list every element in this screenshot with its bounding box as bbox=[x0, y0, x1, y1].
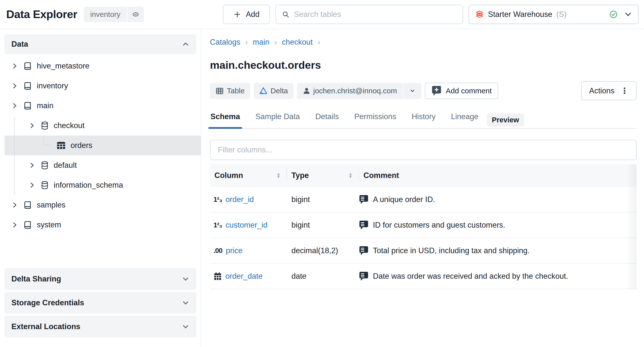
add-button[interactable]: Add bbox=[223, 5, 270, 24]
column-header-column[interactable]: Column ▲ ▼ bbox=[210, 164, 287, 187]
chevron-right-icon[interactable] bbox=[11, 202, 18, 208]
tree-item-samples[interactable]: samples bbox=[4, 195, 201, 215]
tab-permissions[interactable]: Permissions bbox=[354, 112, 397, 128]
owner-email: jochen.christ@innoq.com bbox=[313, 87, 397, 95]
tree-item-information_schema[interactable]: information_schema bbox=[4, 175, 201, 195]
owner-segment: jochen.christ@innoq.com bbox=[297, 83, 404, 99]
tree-item-label: system bbox=[37, 220, 61, 229]
tree-item-checkout[interactable]: checkout bbox=[4, 116, 201, 135]
chevron-right-icon[interactable] bbox=[28, 122, 36, 129]
breadcrumb-link-catalogs[interactable]: Catalogs bbox=[210, 38, 240, 47]
comment-icon bbox=[359, 195, 368, 205]
table-icon bbox=[216, 87, 224, 95]
chevron-down-icon bbox=[624, 10, 632, 18]
search-input[interactable]: Search tables bbox=[276, 5, 463, 24]
cell-column-type: bigint bbox=[287, 195, 359, 204]
table-row-price: .00pricedecimal(18,2)Total price in USD,… bbox=[210, 238, 636, 264]
add-comment-button[interactable]: Add comment bbox=[425, 83, 498, 99]
tab-history[interactable]: History bbox=[411, 112, 436, 128]
warehouse-name: Starter Warehouse bbox=[488, 10, 552, 19]
workspace-tag: inventory bbox=[84, 7, 128, 22]
cell-column-type: decimal(18,2) bbox=[287, 246, 359, 255]
cell-column-type: date bbox=[287, 272, 359, 281]
tree-indent-guide bbox=[14, 117, 15, 195]
table-header-row: Column ▲ ▼ Type ▲ ▼ Comment bbox=[210, 164, 636, 187]
sidebar-section-delta-sharing[interactable]: Delta Sharing bbox=[4, 268, 196, 290]
sidebar-section-external-locations[interactable]: External Locations bbox=[4, 316, 196, 338]
tree-item-label: hive_metastore bbox=[37, 61, 90, 70]
workspace-tag-group: inventory bbox=[84, 7, 144, 22]
tabs-list: SchemaSample DataDetailsPermissionsHisto… bbox=[210, 112, 479, 128]
chevron-right-icon[interactable] bbox=[11, 222, 18, 228]
schema-table: Column ▲ ▼ Type ▲ ▼ Comment 1² bbox=[210, 164, 636, 289]
warehouse-icon bbox=[475, 10, 484, 19]
chevron-down-icon bbox=[182, 299, 189, 307]
tree-item-label: inventory bbox=[37, 81, 68, 90]
copy-link-button[interactable] bbox=[128, 7, 144, 22]
breadcrumb: Catalogs›main›checkout› bbox=[210, 38, 636, 47]
breadcrumb-link-main[interactable]: main bbox=[253, 38, 269, 47]
catalog-icon bbox=[23, 101, 32, 110]
chevron-right-icon[interactable] bbox=[28, 182, 36, 188]
owner-dropdown-button[interactable] bbox=[404, 83, 422, 99]
tree-item-main[interactable]: main bbox=[4, 96, 201, 116]
kebab-menu-icon: ⋮ bbox=[620, 86, 628, 96]
sort-icon[interactable]: ▲ ▼ bbox=[276, 173, 280, 178]
tree-item-label: checkout bbox=[54, 121, 84, 130]
sidebar-section-storage-credentials[interactable]: Storage Credentials bbox=[4, 292, 196, 314]
chevron-down-icon bbox=[182, 275, 189, 283]
search-placeholder: Search tables bbox=[294, 10, 341, 19]
filter-columns-input[interactable]: Filter columns... bbox=[210, 140, 636, 160]
warehouse-selector[interactable]: Starter Warehouse (S) bbox=[468, 5, 638, 24]
tab-schema[interactable]: Schema bbox=[210, 112, 240, 128]
tree-item-label: information_schema bbox=[54, 181, 123, 190]
decimal-type-icon: .00 bbox=[214, 247, 222, 255]
tab-lineage[interactable]: Lineage bbox=[450, 112, 479, 128]
cell-column-comment: A unique order ID. bbox=[359, 195, 636, 205]
column-name-link[interactable]: order_date bbox=[225, 272, 262, 281]
schema-icon bbox=[41, 121, 49, 130]
cell-column-name: 1²₃order_id bbox=[210, 195, 287, 204]
column-name-link[interactable]: order_id bbox=[226, 195, 254, 204]
tree-item-inventory[interactable]: inventory bbox=[4, 76, 201, 96]
tree-item-system[interactable]: system bbox=[4, 215, 201, 235]
breadcrumb-link-checkout[interactable]: checkout bbox=[282, 38, 313, 47]
catalog-icon bbox=[23, 82, 32, 90]
chevron-right-icon[interactable] bbox=[11, 63, 18, 69]
sidebar-section-data[interactable]: Data bbox=[4, 34, 196, 54]
link-icon bbox=[132, 10, 140, 18]
sidebar-footer: Delta SharingStorage CredentialsExternal… bbox=[0, 268, 201, 338]
actions-button[interactable]: Actions ⋮ bbox=[581, 81, 636, 100]
table-body: 1²₃order_idbigintA unique order ID.1²₃cu… bbox=[210, 187, 636, 289]
sort-icon[interactable]: ▲ ▼ bbox=[348, 173, 352, 178]
delta-icon bbox=[259, 87, 268, 95]
add-button-label: Add bbox=[246, 10, 260, 19]
chevron-up-icon bbox=[182, 40, 189, 48]
numeric-type-icon: 1²₃ bbox=[214, 196, 222, 204]
table-row-order_date: order_datedateDate was order was receive… bbox=[210, 264, 636, 289]
tab-details[interactable]: Details bbox=[315, 112, 340, 128]
tree-item-orders[interactable]: orders bbox=[4, 135, 201, 155]
tree-item-label: orders bbox=[70, 141, 92, 150]
column-name-link[interactable]: price bbox=[226, 246, 242, 255]
comment-text: Date was order was received and acked by… bbox=[373, 272, 568, 281]
breadcrumb-separator-icon: › bbox=[318, 38, 320, 46]
schema-icon bbox=[41, 161, 49, 170]
format-label: Delta bbox=[270, 87, 288, 95]
status-ok-icon bbox=[609, 10, 618, 19]
numeric-type-icon: 1²₃ bbox=[214, 221, 222, 229]
app-header: Data Explorer inventory Add Searc bbox=[0, 0, 644, 29]
tab-sample-data[interactable]: Sample Data bbox=[255, 112, 300, 128]
tree-item-default[interactable]: default bbox=[4, 155, 201, 175]
catalog-icon bbox=[23, 221, 32, 229]
tree-item-hive_metastore[interactable]: hive_metastore bbox=[4, 56, 201, 76]
comment-plus-icon bbox=[431, 85, 442, 96]
person-icon bbox=[303, 87, 310, 95]
column-name-link[interactable]: customer_id bbox=[226, 221, 268, 230]
chevron-right-icon[interactable] bbox=[28, 162, 36, 169]
chevron-right-icon[interactable] bbox=[11, 83, 18, 89]
cell-column-comment: ID for customers and guest customers. bbox=[359, 220, 636, 230]
column-header-type[interactable]: Type ▲ ▼ bbox=[287, 164, 359, 187]
tree-indent-guide bbox=[44, 137, 44, 145]
chevron-right-icon[interactable] bbox=[11, 102, 18, 109]
